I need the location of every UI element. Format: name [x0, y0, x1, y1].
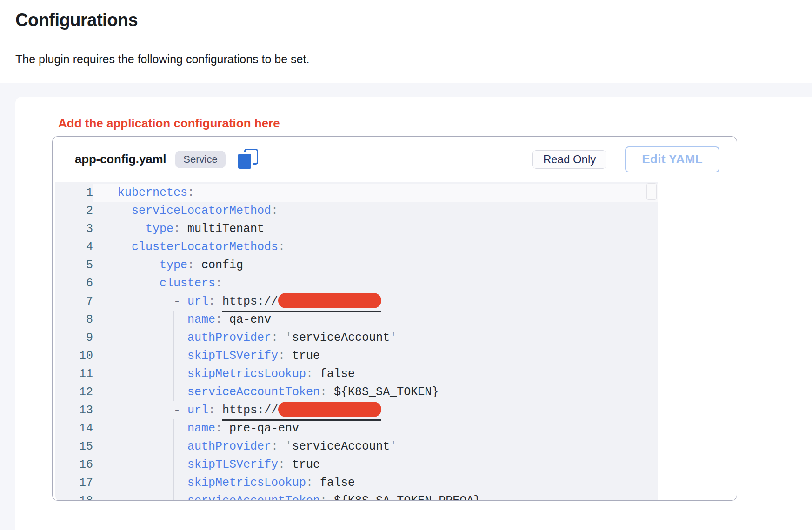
redaction-bar [278, 402, 381, 417]
docs-background: Add the application configuration here a… [0, 83, 812, 530]
scrollbar-track [645, 182, 645, 501]
redacted-url: https:// [222, 292, 381, 312]
redaction-bar [278, 293, 381, 308]
config-card: Add the application configuration here a… [15, 97, 812, 530]
code-line: 1kubernetes: [55, 184, 658, 202]
editor-header: app-config.yaml Service Read Only Edit Y… [53, 137, 737, 182]
yaml-editor-panel: app-config.yaml Service Read Only Edit Y… [52, 136, 737, 501]
code-line: 18 serviceAccountToken: ${K8S_SA_TOKEN_P… [55, 492, 658, 501]
code-line: 8 name: qa-env [55, 311, 658, 329]
redacted-url: https:// [222, 401, 381, 421]
copy-icon[interactable] [237, 149, 258, 170]
filename-label: app-config.yaml [75, 152, 166, 166]
copy-icon-front [237, 152, 253, 170]
scrollbar-thumb[interactable] [646, 183, 657, 200]
code-line: 11 skipMetricsLookup: false [55, 365, 658, 383]
code-line: 14 name: pre-qa-env [55, 419, 658, 437]
code-lines: 1kubernetes:2 serviceLocatorMethod:3 typ… [55, 184, 658, 501]
code-line: 13 - url: https:// [55, 401, 658, 419]
service-badge: Service [175, 151, 225, 168]
page-intro: The plugin requires the following config… [15, 53, 812, 66]
code-line: 15 authProvider: 'serviceAccount' [55, 437, 658, 456]
code-line: 6 clusters: [55, 274, 658, 292]
code-line: 10 skipTLSVerify: true [55, 347, 658, 365]
edit-yaml-button[interactable]: Edit YAML [625, 146, 719, 172]
code-line: 9 authProvider: 'serviceAccount' [55, 329, 658, 347]
callout-text: Add the application configuration here [58, 116, 280, 131]
code-line: 2 serviceLocatorMethod: [55, 202, 658, 220]
page-title: Configurations [15, 10, 812, 30]
code-line: 5 - type: config [55, 256, 658, 274]
intro-section: Configurations The plugin requires the f… [15, 0, 812, 66]
code-line: 4 clusterLocatorMethods: [55, 238, 658, 256]
code-line: 16 skipTLSVerify: true [55, 456, 658, 474]
code-line: 17 skipMetricsLookup: false [55, 474, 658, 492]
code-block[interactable]: 1kubernetes:2 serviceLocatorMethod:3 typ… [55, 182, 658, 501]
read-only-button[interactable]: Read Only [532, 150, 606, 169]
code-line: 7 - url: https:// [55, 292, 658, 311]
code-line: 12 serviceAccountToken: ${K8S_SA_TOKEN} [55, 383, 658, 401]
code-line: 3 type: multiTenant [55, 220, 658, 238]
